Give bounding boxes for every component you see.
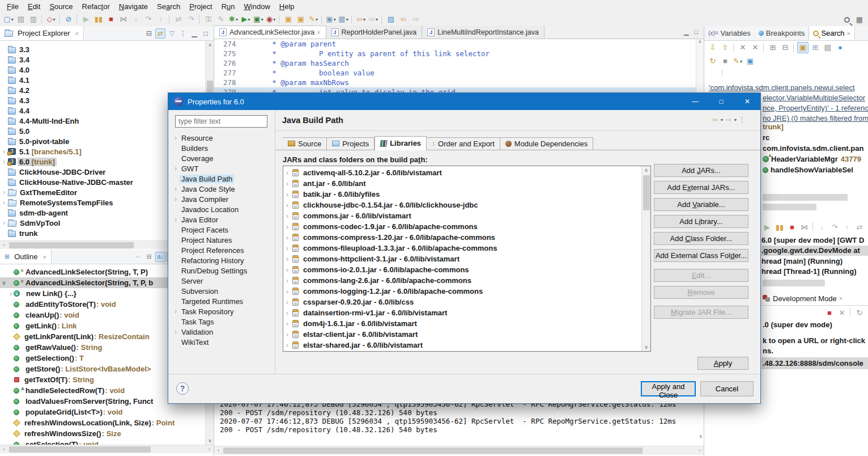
toolbar-icon[interactable]: ▶ (761, 222, 773, 233)
jar-action-button[interactable]: Edit... (654, 269, 748, 282)
editor-tab[interactable]: ReportHolderPanel.java × (326, 26, 423, 39)
dialog-tree-item[interactable]: › Targeted Runtimes (172, 296, 271, 306)
dialog-tree-item[interactable]: › Builders (172, 143, 271, 153)
expand-chevron-icon[interactable]: › (0, 219, 8, 227)
expand-chevron-icon[interactable]: › (172, 195, 180, 203)
view-action-icon[interactable]: ⊟ (144, 252, 154, 262)
close-icon[interactable]: × (317, 29, 320, 36)
jar-action-button[interactable]: Add Class Folder... (654, 232, 748, 245)
expand-chevron-icon[interactable]: › (283, 244, 291, 252)
editor-tab[interactable]: AdvancedLinkSelector.java × (214, 26, 326, 39)
dialog-tree-item[interactable]: › Coverage (172, 153, 271, 163)
jar-item[interactable]: › elstar-client.jar - 6.0/lib/vistamart (283, 329, 641, 340)
dialog-tree-item[interactable]: › GWT (172, 163, 271, 174)
jar-action-button[interactable]: Add Variable... (654, 198, 748, 211)
search-tree-item[interactable]: rc (763, 132, 868, 143)
minimize-icon[interactable]: ▁ (684, 28, 688, 36)
dialog-tree-item[interactable]: › Project References (172, 245, 271, 255)
toolbar-icon[interactable] (850, 307, 852, 316)
project-tree-item[interactable]: › 3.4 (0, 54, 205, 65)
dropdown-arrow-icon[interactable]: ▾ (734, 117, 737, 123)
toolbar-icon[interactable]: ↷▾ (185, 14, 197, 25)
dialog-tree-item[interactable]: › Task Tags (172, 316, 271, 327)
build-path-tab[interactable]: Libraries (375, 136, 427, 150)
toolbar-icon[interactable]: ✎▾ (215, 14, 227, 25)
expand-chevron-icon[interactable]: › (0, 158, 8, 166)
toolbar-icon[interactable]: ▦▾ (338, 14, 349, 25)
expand-chevron-icon[interactable]: › (283, 191, 291, 199)
jar-action-button[interactable]: Add JARs... (654, 164, 748, 177)
jar-item[interactable]: › batik.jar - 6.0/lib/yfiles (283, 189, 641, 200)
jar-item[interactable]: › datainsertion-rmi-v1.jar - 6.0/lib/vis… (283, 307, 641, 318)
window-control-icon[interactable]: — (682, 93, 708, 110)
dropdown-arrow-icon[interactable]: ▾ (236, 17, 238, 22)
jar-item[interactable]: › elstar-shared.jar - 6.0/lib/vistamart (283, 340, 641, 351)
view-tab[interactable]: (x)= Variables × (704, 26, 755, 40)
toolbar-icon[interactable]: ▤▾ (15, 14, 27, 25)
expand-chevron-icon[interactable]: › (0, 147, 8, 155)
toolbar-icon[interactable]: ↻ (854, 307, 865, 319)
toolbar-icon[interactable]: ▶▾ (240, 14, 252, 25)
expand-chevron-icon[interactable]: › (283, 255, 291, 263)
toolbar-icon[interactable]: ↓ (816, 222, 828, 233)
jar-action-button[interactable]: Add External Class Folder... (654, 249, 748, 262)
menu-item[interactable]: Refactor (78, 1, 114, 12)
filter-input[interactable] (175, 115, 267, 128)
jar-item[interactable]: › activemq-all-5.10.2.jar - 6.0/lib/vist… (283, 167, 641, 178)
dialog-titlebar[interactable]: Properties for 6.0 —□✕ (168, 93, 760, 110)
toolbar-icon[interactable]: ▾ (199, 15, 201, 24)
jar-item[interactable]: › commons-fileupload-1.3.3.jar - 6.0/lib… (283, 243, 641, 254)
expand-chevron-icon[interactable]: › (283, 266, 291, 274)
toolbar-icon[interactable]: ⇧ (720, 42, 731, 53)
editor-tab[interactable]: LineMultiIndReportInstance.java × (422, 26, 544, 39)
collapse-chevron-icon[interactable]: ∨ (0, 280, 8, 286)
close-icon[interactable]: × (75, 30, 78, 37)
project-tree-item[interactable]: › 4.0 (0, 65, 205, 75)
dropdown-arrow-icon[interactable]: ▾ (53, 17, 55, 22)
outline-item[interactable]: ∨ › populateGrid(List<T>) void (0, 407, 205, 417)
toolbar-icon[interactable]: ↷ (829, 222, 840, 233)
toolbar-icon[interactable]: ↑ (841, 222, 853, 233)
view-action-icon[interactable]: ▁ (189, 28, 199, 39)
toolbar-icon[interactable]: ⊞ (810, 42, 821, 53)
toolbar-icon[interactable] (763, 43, 765, 52)
toolbar-icon[interactable] (733, 43, 735, 52)
outline-item[interactable]: ∨ › refreshWindowsLocation(Link, Size) P… (0, 417, 205, 428)
dialog-tree-item[interactable]: › Run/Debug Settings (172, 265, 271, 276)
dropdown-arrow-icon[interactable]: ▾ (11, 17, 14, 22)
expand-chevron-icon[interactable]: › (0, 199, 8, 206)
toolbar-icon[interactable]: ▣▾ (283, 14, 294, 25)
dialog-tree-item[interactable]: › Java Editor (172, 214, 271, 225)
view-action-icon[interactable]: ⋮ (178, 28, 188, 39)
dropdown-arrow-icon[interactable]: ▾ (334, 17, 336, 22)
tab-project-explorer[interactable]: Project Explorer × (0, 26, 84, 40)
expand-chevron-icon[interactable]: › (283, 223, 291, 231)
close-icon[interactable]: × (847, 30, 850, 37)
expand-chevron-icon[interactable]: › (172, 185, 180, 193)
toolbar-icon[interactable]: ↷▾ (143, 14, 154, 25)
code-line[interactable]: 275 * P entity as parent of this link se… (214, 49, 696, 58)
dialog-tree-item[interactable]: › Subversion (172, 286, 271, 296)
view-tab[interactable]: Search × (809, 26, 855, 40)
toolbar-icon[interactable]: ✱▾ (228, 14, 239, 25)
toolbar-icon[interactable]: ▾ (321, 15, 323, 24)
jar-item[interactable]: › cssparser-0.9.20.jar - 6.0/lib/css (283, 297, 641, 307)
view-action-icon[interactable]: ⊟ (144, 28, 154, 39)
menu-item[interactable]: Help (275, 1, 299, 12)
expand-chevron-icon[interactable]: › (0, 188, 8, 196)
toolbar-icon[interactable]: ▤ (822, 42, 833, 53)
jar-item[interactable]: › dom4j-1.6.1.jar - 6.0/lib/vistamart (283, 318, 641, 329)
toolbar-icon[interactable]: ⇄ (854, 222, 865, 233)
outline-item[interactable]: ∨ › refreshWindowsSize() Size (0, 428, 205, 439)
toolbar-icon[interactable]: ▾ (351, 15, 353, 24)
toolbar-icon[interactable]: ▾ (381, 15, 383, 24)
close-icon[interactable]: × (42, 254, 46, 260)
dropdown-arrow-icon[interactable]: ▾ (376, 17, 378, 22)
toolbar-icon[interactable]: ⋈ (799, 222, 810, 233)
search-result-link[interactable]: elector.VariableMultipleSelector (763, 94, 868, 104)
build-path-tab[interactable]: Projects (327, 137, 375, 150)
expand-chevron-icon[interactable]: › (283, 288, 291, 295)
dropdown-arrow-icon[interactable]: ▾ (248, 17, 250, 22)
code-line[interactable]: 277 * boolean value (214, 68, 696, 78)
window-control-icon[interactable]: □ (708, 93, 734, 110)
